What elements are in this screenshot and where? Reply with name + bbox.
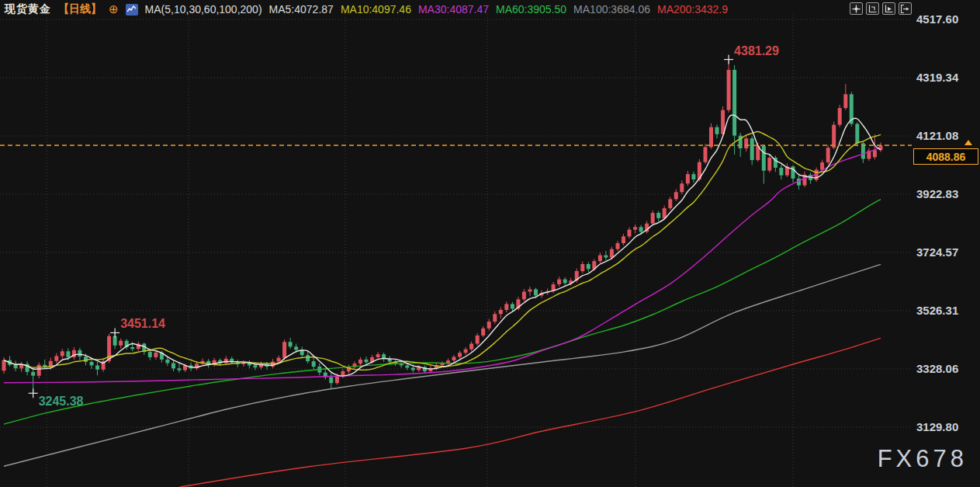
candle[interactable] [224, 359, 228, 364]
candle[interactable] [651, 213, 655, 224]
candle[interactable] [294, 346, 298, 350]
candle[interactable] [820, 162, 824, 170]
candle[interactable] [464, 350, 468, 353]
candle[interactable] [580, 264, 584, 271]
price-chart-canvas[interactable]: 4381.293451.143245.384517.604319.344121.… [0, 0, 980, 487]
timeframe-label[interactable]: 【日线】 [58, 2, 102, 16]
candle[interactable] [832, 125, 836, 148]
pan-tool-icon[interactable] [850, 2, 863, 15]
candle[interactable] [411, 368, 415, 370]
candle[interactable] [663, 208, 667, 218]
candle[interactable] [686, 174, 690, 183]
candle[interactable] [14, 365, 18, 369]
candle[interactable] [838, 108, 842, 125]
candle[interactable] [130, 347, 134, 349]
candle[interactable] [511, 304, 514, 308]
candle[interactable] [306, 355, 310, 361]
watermark: FX678 [878, 445, 968, 473]
candle[interactable] [563, 280, 567, 284]
candle[interactable] [674, 192, 678, 199]
candle[interactable] [154, 353, 158, 357]
candle[interactable] [715, 127, 719, 134]
candle[interactable] [271, 362, 275, 367]
exit-chart-icon[interactable] [899, 2, 912, 15]
candle[interactable] [365, 360, 369, 362]
candle[interactable] [704, 147, 708, 162]
candle[interactable] [312, 361, 316, 367]
candle[interactable] [165, 360, 169, 364]
candle[interactable] [767, 158, 771, 171]
candle[interactable] [750, 138, 754, 160]
candle[interactable] [587, 264, 590, 269]
candle[interactable] [762, 146, 766, 171]
candle[interactable] [84, 357, 88, 362]
y-axis-label: 3129.80 [916, 420, 958, 433]
candle[interactable] [493, 314, 497, 322]
candle[interactable] [119, 341, 123, 346]
candle[interactable] [282, 342, 286, 357]
candle[interactable] [557, 280, 561, 284]
candle[interactable] [668, 199, 672, 208]
candle[interactable] [2, 360, 6, 371]
candle[interactable] [656, 213, 660, 218]
candle[interactable] [598, 256, 602, 262]
candle[interactable] [329, 377, 333, 384]
candle[interactable] [487, 322, 491, 329]
y-axis-label: 3328.06 [916, 362, 958, 375]
candle[interactable] [843, 94, 847, 108]
candle[interactable] [253, 366, 257, 368]
candle[interactable] [680, 183, 684, 192]
candle[interactable] [358, 360, 362, 364]
candlestick-chart-icon[interactable] [126, 4, 138, 16]
add-indicator-icon[interactable]: ⊕ [109, 4, 119, 15]
price-up-arrow-icon [964, 140, 972, 145]
candle[interactable] [639, 227, 643, 231]
x-axis-scale-icon[interactable] [882, 2, 895, 15]
candle[interactable] [610, 249, 614, 258]
candle[interactable] [622, 236, 625, 243]
candle[interactable] [37, 365, 41, 376]
candle[interactable] [178, 368, 182, 370]
candle[interactable] [171, 364, 175, 369]
candle[interactable] [405, 366, 409, 368]
candle[interactable] [341, 371, 345, 376]
candle[interactable] [709, 127, 713, 148]
candle[interactable] [534, 290, 538, 296]
candle[interactable] [826, 148, 830, 162]
candle[interactable] [628, 230, 632, 237]
candle[interactable] [469, 344, 473, 350]
candle[interactable] [504, 304, 508, 310]
candle[interactable] [277, 358, 281, 362]
candle[interactable] [54, 356, 58, 360]
candle[interactable] [691, 174, 695, 179]
candle[interactable] [732, 70, 736, 136]
candle[interactable] [604, 256, 608, 258]
candle[interactable] [744, 138, 748, 148]
candle[interactable] [66, 351, 70, 357]
y-axis-scale-icon[interactable] [866, 2, 879, 15]
candle[interactable] [633, 227, 637, 229]
candle[interactable] [113, 336, 117, 346]
candle[interactable] [78, 350, 81, 357]
candle[interactable] [452, 357, 456, 361]
candle[interactable] [873, 150, 877, 157]
candle[interactable] [43, 365, 47, 367]
candle[interactable] [499, 310, 503, 314]
candle[interactable] [376, 354, 380, 357]
candle[interactable] [458, 353, 462, 357]
candle[interactable] [779, 168, 783, 176]
candle[interactable] [481, 329, 485, 336]
candle[interactable] [95, 366, 99, 370]
candle[interactable] [727, 70, 731, 110]
candle[interactable] [90, 362, 94, 366]
candle[interactable] [855, 124, 859, 144]
candle[interactable] [31, 372, 35, 376]
candle[interactable] [61, 351, 64, 356]
candle[interactable] [476, 336, 480, 344]
candle[interactable] [522, 292, 526, 300]
candle[interactable] [528, 290, 532, 292]
candle[interactable] [148, 352, 152, 357]
candle[interactable] [616, 243, 620, 249]
candle[interactable] [335, 376, 339, 383]
candle[interactable] [289, 342, 293, 346]
